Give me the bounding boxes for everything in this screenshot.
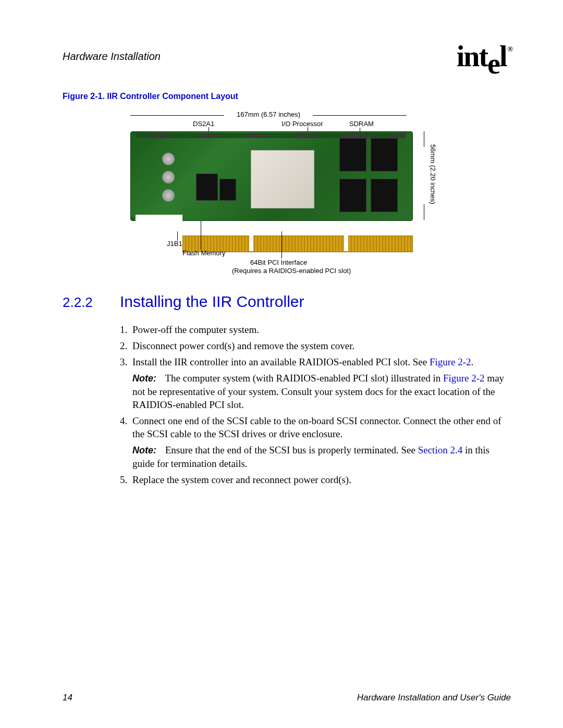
logo-part-2: l [499, 40, 507, 72]
text-run: Install the IIR controller into an avail… [132, 356, 430, 367]
step-text: Replace the system cover and reconnect p… [132, 473, 511, 486]
dimension-height-text: 56mm (2.20 inches) [429, 144, 437, 204]
note-2: Note: Ensure that the end of the SCSI bu… [120, 443, 511, 470]
sdram-chip [371, 138, 398, 171]
crossref-link[interactable]: Section 2.4 [418, 445, 463, 455]
label-sdram: SDRAM [349, 120, 374, 128]
sdram-chip [339, 138, 366, 171]
pcb-illustration [130, 131, 412, 236]
step-2: 2. Disconnect power cord(s) and remove t… [120, 339, 511, 352]
section-number: 2.2.2 [63, 294, 120, 311]
pcb-substrate [130, 131, 413, 221]
component-marker [162, 189, 175, 202]
page: Hardware Installation intel® Figure 2-1.… [0, 0, 563, 728]
component-marker [162, 153, 175, 165]
step-number: 1. [120, 323, 132, 336]
crossref-link[interactable]: Figure 2-2 [430, 356, 471, 367]
logo-dropped-e: e [487, 47, 499, 80]
logo-registered: ® [508, 45, 512, 53]
step-3: 3. Install the IIR controller into an av… [120, 355, 511, 368]
text-run: The computer system (with RAIDIOS-enable… [165, 373, 443, 384]
leader-line [282, 231, 282, 258]
section-heading: 2.2.2 Installing the IIR Controller [63, 293, 511, 311]
step-4: 4. Connect one end of the SCSI cable to … [120, 414, 511, 440]
sdram-chip [339, 179, 366, 212]
text-run: . [471, 356, 474, 367]
label-io-processor: I/O Processor [282, 120, 323, 128]
label-flash: Flash Memory [182, 249, 225, 257]
step-list-cont: 4. Connect one end of the SCSI cable to … [120, 414, 511, 440]
page-number: 14 [63, 693, 72, 703]
figure-2-1: 167mm (6.57 inches) DS2A1 I/O Processor … [125, 110, 469, 277]
step-number: 5. [120, 473, 132, 486]
sdram-chip [371, 179, 398, 212]
step-1: 1. Power-off the computer system. [120, 323, 511, 336]
step-5: 5. Replace the system cover and reconnec… [120, 473, 511, 486]
note-label: Note: [132, 373, 156, 384]
board-notch [136, 215, 182, 236]
label-ds2a1: DS2A1 [193, 120, 214, 128]
leader-line [201, 221, 201, 250]
note-label: Note: [132, 445, 156, 455]
label-j1b1: J1B1 [167, 240, 182, 248]
label-pci-2: (Requires a RAIDIOS-enabled PCI slot) [232, 267, 351, 275]
step-text: Install the IIR controller into an avail… [132, 355, 511, 368]
intel-logo: intel® [457, 42, 511, 71]
small-ic [219, 179, 236, 201]
step-list-cont2: 5. Replace the system cover and reconnec… [120, 473, 511, 486]
dimension-height: 56mm (2.20 inches) [420, 131, 429, 220]
crossref-link[interactable]: Figure 2-2 [443, 373, 485, 384]
page-header: Hardware Installation intel® [63, 42, 511, 71]
section-title: Installing the IIR Controller [120, 293, 304, 311]
doc-title: Hardware Installation and User's Guide [357, 693, 511, 703]
page-footer: 14 Hardware Installation and User's Guid… [63, 693, 511, 703]
logo-part-1: int [457, 40, 487, 72]
step-text: Power-off the computer system. [132, 323, 511, 336]
note-1: Note: The computer system (with RAIDIOS-… [120, 372, 511, 411]
text-run: Ensure that the end of the SCSI bus is p… [165, 445, 418, 455]
step-number: 2. [120, 339, 132, 352]
io-processor-chip [251, 150, 314, 208]
step-list: 1. Power-off the computer system. 2. Dis… [120, 323, 511, 368]
component-marker [162, 171, 175, 183]
dimension-width: 167mm (6.57 inches) [130, 110, 407, 118]
flash-chip [196, 174, 218, 201]
step-number: 3. [120, 355, 132, 368]
pci-key-gap [344, 236, 348, 251]
step-number: 4. [120, 414, 132, 440]
edge-connector-top [137, 133, 406, 138]
running-head: Hardware Installation [63, 51, 161, 63]
label-pci-1: 64Bit PCI Interface [250, 258, 307, 266]
pci-key-gap [249, 236, 253, 251]
figure-caption: Figure 2-1. IIR Controller Component Lay… [63, 92, 511, 101]
step-text: Disconnect power cord(s) and remove the … [132, 339, 511, 352]
step-text: Connect one end of the SCSI cable to the… [132, 414, 511, 440]
